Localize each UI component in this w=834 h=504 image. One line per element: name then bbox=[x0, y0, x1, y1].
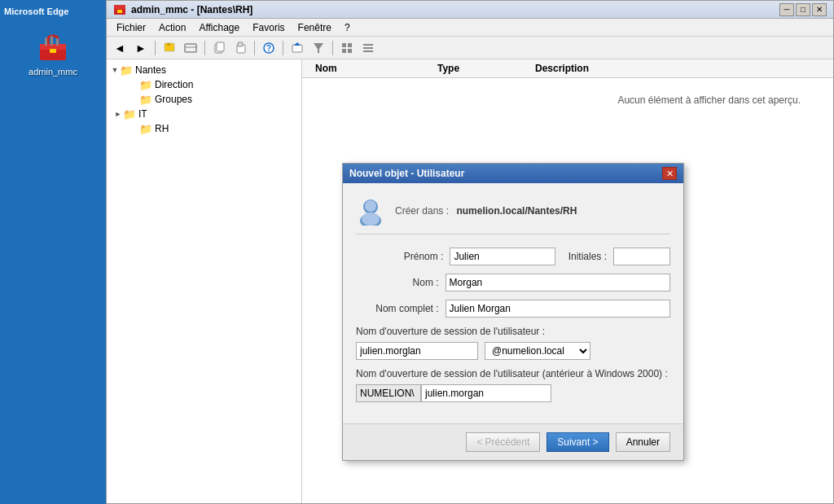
session-domain-select[interactable]: @numelion.local bbox=[485, 342, 590, 360]
toolbar-forward[interactable]: ► bbox=[131, 39, 151, 57]
svg-rect-10 bbox=[167, 43, 170, 46]
folder-icon-groupes: 📁 bbox=[139, 94, 152, 105]
cancel-button[interactable]: Annuler bbox=[616, 432, 670, 452]
maximize-button[interactable]: □ bbox=[796, 3, 810, 16]
pre2000-domain-input[interactable] bbox=[356, 384, 421, 402]
prenom-input[interactable] bbox=[450, 248, 555, 265]
tree-item-it[interactable]: ► 📁 IT bbox=[110, 107, 298, 121]
tree-label-direction: Direction bbox=[155, 79, 193, 90]
content-header: Nom Type Description bbox=[302, 59, 833, 78]
col-nom: Nom bbox=[309, 63, 431, 74]
pre2000-username-input[interactable] bbox=[421, 384, 551, 402]
title-bar: admin_mmc - [Nantes\RH] ─ □ ✕ bbox=[107, 1, 833, 19]
col-type: Type bbox=[431, 63, 529, 74]
menu-fichier[interactable]: Fichier bbox=[110, 20, 152, 35]
tree-label-rh: RH bbox=[155, 123, 169, 134]
tree-label-groupes: Groupes bbox=[155, 94, 192, 105]
toolbar-back[interactable]: ◄ bbox=[110, 39, 129, 57]
modal-body: Créer dans : numelion.local/Nantes/RH Pr… bbox=[343, 183, 683, 423]
modal-create-path: numelion.local/Nantes/RH bbox=[456, 205, 577, 217]
nom-complet-label: Nom complet : bbox=[356, 303, 446, 314]
toolbar-view1[interactable] bbox=[337, 39, 357, 57]
initiales-label: Initiales : bbox=[562, 251, 613, 262]
menu-help[interactable]: ? bbox=[338, 20, 357, 35]
tree-item-rh[interactable]: 📁 RH bbox=[110, 121, 298, 136]
folder-icon-it: 📁 bbox=[123, 108, 136, 120]
admin-mmc-icon-image bbox=[37, 33, 69, 64]
menu-action[interactable]: Action bbox=[152, 20, 192, 35]
modal-close-button[interactable]: ✕ bbox=[662, 167, 677, 180]
next-button[interactable]: Suivant > bbox=[546, 432, 608, 452]
initiales-input[interactable] bbox=[613, 248, 670, 265]
col-description: Description bbox=[529, 63, 827, 74]
prenom-label: Prénom : bbox=[356, 251, 450, 262]
pre2000-row bbox=[356, 384, 670, 402]
menu-fenetre[interactable]: Fenêtre bbox=[292, 20, 338, 35]
tree-panel: ▼ 📁 Nantes 📁 Direction 📁 Groupes bbox=[107, 59, 302, 503]
svg-rect-28 bbox=[363, 50, 373, 52]
folder-icon-direction: 📁 bbox=[139, 79, 152, 90]
pre2000-label: Nom d'ouverture de session de l'utilisat… bbox=[356, 368, 670, 379]
toolbar-help[interactable]: ? bbox=[259, 39, 279, 57]
folder-icon-nantes: 📁 bbox=[120, 64, 133, 76]
modal-title-text: Nouvel objet - Utilisateur bbox=[349, 168, 662, 179]
title-bar-controls: ─ □ ✕ bbox=[779, 3, 827, 16]
toolbar-copy[interactable] bbox=[209, 39, 229, 57]
svg-rect-23 bbox=[348, 43, 352, 47]
toolbar-paste[interactable] bbox=[230, 39, 250, 57]
svg-rect-8 bbox=[117, 10, 122, 13]
modal-new-user: Nouvel objet - Utilisateur ✕ Créer dans … bbox=[342, 163, 684, 461]
svg-rect-14 bbox=[217, 42, 224, 51]
toolbar: ◄ ► ? bbox=[107, 37, 833, 59]
svg-rect-3 bbox=[45, 37, 47, 46]
svg-rect-22 bbox=[342, 43, 346, 47]
username-row: @numelion.local bbox=[356, 342, 670, 360]
tree-item-nantes[interactable]: ▼ 📁 Nantes bbox=[110, 63, 298, 77]
toolbar-export[interactable] bbox=[288, 39, 307, 57]
desktop: Microsoft Edge admin_ bbox=[0, 0, 834, 504]
toolbar-view2[interactable] bbox=[358, 39, 378, 57]
tree-label-it: IT bbox=[138, 108, 147, 120]
user-icon bbox=[356, 196, 385, 226]
svg-rect-5 bbox=[56, 38, 59, 46]
nom-label: Nom : bbox=[356, 277, 446, 288]
admin-mmc-icon[interactable]: admin_mmc bbox=[20, 33, 86, 77]
svg-rect-25 bbox=[348, 49, 352, 53]
previous-button[interactable]: < Précédent bbox=[466, 432, 540, 452]
svg-rect-19 bbox=[292, 45, 302, 52]
mmc-title-text: admin_mmc - [Nantes\RH] bbox=[131, 4, 779, 15]
minimize-button[interactable]: ─ bbox=[779, 3, 794, 16]
svg-text:?: ? bbox=[266, 44, 271, 53]
session-label: Nom d'ouverture de session de l'utilisat… bbox=[356, 326, 670, 337]
admin-mmc-label: admin_mmc bbox=[29, 67, 77, 77]
tree-label-nantes: Nantes bbox=[135, 64, 166, 76]
menu-favoris[interactable]: Favoris bbox=[246, 20, 291, 35]
content-empty-message: Aucun élément à afficher dans cet aperçu… bbox=[302, 78, 833, 122]
tree-item-direction[interactable]: 📁 Direction bbox=[110, 77, 298, 92]
close-window-button[interactable]: ✕ bbox=[812, 3, 827, 16]
modal-title-bar: Nouvel objet - Utilisateur ✕ bbox=[343, 164, 683, 183]
svg-point-31 bbox=[365, 200, 376, 212]
svg-rect-27 bbox=[363, 47, 373, 49]
svg-rect-11 bbox=[185, 44, 196, 52]
taskbar-title: Microsoft Edge bbox=[0, 7, 68, 16]
toolbar-filter[interactable] bbox=[309, 39, 328, 57]
svg-rect-7 bbox=[114, 5, 125, 9]
mmc-title-icon bbox=[113, 3, 126, 16]
svg-marker-20 bbox=[294, 42, 301, 46]
taskbar: Microsoft Edge admin_ bbox=[0, 0, 106, 504]
toolbar-btn-2[interactable] bbox=[181, 39, 200, 57]
svg-rect-16 bbox=[238, 42, 243, 46]
toolbar-sep-3 bbox=[254, 41, 255, 55]
modal-header-row: Créer dans : numelion.local/Nantes/RH bbox=[356, 196, 670, 234]
tree-arrow-it: ► bbox=[113, 110, 123, 118]
nom-complet-input[interactable] bbox=[446, 300, 670, 318]
toolbar-up[interactable] bbox=[160, 39, 179, 57]
svg-rect-2 bbox=[50, 49, 56, 53]
form-row-prenom: Prénom : Initiales : bbox=[356, 248, 670, 265]
nom-input[interactable] bbox=[446, 274, 670, 291]
tree-item-groupes[interactable]: 📁 Groupes bbox=[110, 92, 298, 107]
session-username-input[interactable] bbox=[356, 342, 478, 360]
menu-affichage[interactable]: Affichage bbox=[192, 20, 246, 35]
toolbar-sep-4 bbox=[283, 41, 283, 55]
